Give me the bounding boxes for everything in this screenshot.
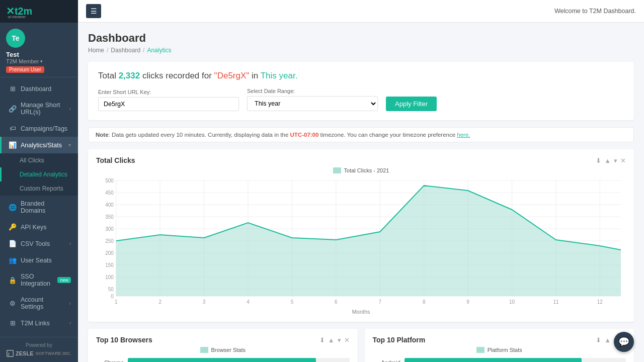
platform-legend-label: Platform Stats (488, 347, 522, 353)
link-icon: 🔗 (9, 105, 17, 113)
platform-legend-color (476, 347, 485, 353)
dashboard-icon: ⊞ (9, 85, 17, 93)
download-icon-platform[interactable]: ⬇ (596, 336, 601, 344)
date-range-select[interactable]: This year Last 7 days Last 30 days Last … (247, 96, 378, 111)
chat-button[interactable]: 💬 (614, 332, 634, 352)
chart-header: Total Clicks ⬇ ▲ ▾ ✕ (96, 156, 626, 164)
android-bar (405, 358, 582, 362)
sidebar-item-analytics[interactable]: 📊 Analytics/Stats ▾ (0, 137, 78, 153)
total-clicks-summary: Total 2,332 clicks recorded for "De5rgX"… (98, 71, 624, 81)
collapse-icon[interactable]: ▾ (614, 157, 617, 164)
premium-badge: Premium User (6, 66, 44, 73)
bottom-charts-row: Top 10 Browsers ⬇ ▲ ▾ ✕ Browser Stats Ch… (88, 329, 634, 362)
svg-text:200: 200 (105, 250, 114, 256)
svg-text:4: 4 (247, 299, 250, 305)
sidebar-item-t2m-links[interactable]: ⊞ T2M Links › (0, 315, 78, 331)
chart-title: Total Clicks (96, 156, 135, 164)
zesle-logo: Z ZESLE SOFTWARE INC. (6, 350, 72, 357)
svg-text:1: 1 (115, 299, 118, 305)
powered-by-text: Powered by (6, 342, 72, 348)
date-label: Select Date Range: (247, 88, 378, 94)
svg-text:400: 400 (105, 202, 114, 208)
sidebar-item-campaigns[interactable]: 🏷 Campaigns/Tags (0, 120, 78, 137)
chevron-down-icon: ▾ (40, 59, 43, 64)
note-bar: Note: Data gets updated every 10 minutes… (88, 127, 634, 142)
analytics-icon: 📊 (9, 141, 17, 149)
breadcrumb-dashboard[interactable]: Dashboard (111, 47, 140, 54)
sidebar-nav: ⊞ Dashboard 🔗 Manage Short URL(s) › 🏷 Ca… (0, 77, 78, 337)
total-clicks-chart-card: Total Clicks ⬇ ▲ ▾ ✕ Total Clicks - 2021 (88, 149, 634, 322)
topbar-left: ☰ (86, 4, 101, 18)
apply-filter-button[interactable]: Apply Filter (386, 97, 437, 111)
page-title: Dashboard (88, 32, 634, 45)
platform-bar-area: Android Windows (373, 355, 626, 362)
grid-icon: ⊞ (9, 319, 17, 327)
platform-chart-title: Top 10 Platform (373, 336, 426, 344)
url-label: Enter Short URL Key: (98, 89, 239, 95)
sidebar-item-csv-tools[interactable]: 📄 CSV Tools › (0, 235, 78, 252)
svg-text:3: 3 (203, 299, 206, 305)
svg-text:10: 10 (509, 299, 515, 305)
legend-color (333, 167, 341, 173)
sidebar-item-custom-reports[interactable]: Custom Reports (0, 182, 78, 196)
sidebar-item-manage-short-url[interactable]: 🔗 Manage Short URL(s) › (0, 97, 78, 120)
browsers-legend: Browser Stats (96, 347, 350, 353)
expand-icon-browsers[interactable]: ▲ (328, 336, 335, 344)
svg-text:0: 0 (111, 294, 114, 299)
svg-text:150: 150 (105, 262, 114, 268)
download-icon[interactable]: ⬇ (596, 157, 601, 164)
date-filter-group: Select Date Range: This year Last 7 days… (247, 88, 378, 111)
user-role: T2M Member ▾ (6, 58, 72, 64)
hamburger-button[interactable]: ☰ (86, 4, 101, 18)
collapse-icon-browsers[interactable]: ▾ (338, 336, 341, 344)
timezone-label: UTC-07:00 (290, 132, 319, 138)
browsers-chart-title: Top 10 Browsers (96, 336, 152, 344)
platform-chart-header: Top 10 Platform ⬇ ▲ ▾ ✕ (373, 336, 626, 344)
sidebar-item-branded-domains[interactable]: 🌐 Branded Domains (0, 196, 78, 219)
time-period: This year. (261, 71, 298, 80)
url-key: "De5rgX" (214, 71, 250, 80)
tag-icon: 🏷 (9, 125, 17, 132)
timezone-link[interactable]: here. (457, 132, 470, 138)
legend-label: Total Clicks - 2021 (344, 167, 389, 173)
svg-text:350: 350 (105, 214, 114, 220)
sidebar-item-sso-integration[interactable]: 🔒 SSO Integration new (0, 268, 78, 292)
globe-icon: 🌐 (9, 204, 17, 211)
bar-row-android: Android (373, 358, 626, 362)
x-axis-label: Months (96, 309, 626, 315)
download-icon-browsers[interactable]: ⬇ (319, 336, 325, 344)
chevron-right-icon: › (69, 106, 71, 112)
line-chart-svg: 500 450 400 350 300 250 200 150 100 50 0 (96, 175, 626, 306)
lock-icon: 🔒 (9, 277, 17, 284)
svg-text:url shortener: url shortener (8, 15, 26, 18)
main-content: ☰ Welcome to T2M Dashboard. Dashboard Ho… (78, 0, 644, 362)
svg-text:250: 250 (105, 238, 114, 244)
expand-icon[interactable]: ▲ (604, 157, 611, 164)
breadcrumb-home[interactable]: Home (88, 47, 104, 54)
url-input[interactable] (98, 97, 239, 111)
close-icon[interactable]: ✕ (620, 157, 626, 164)
browsers-chart-actions: ⬇ ▲ ▾ ✕ (319, 336, 350, 344)
avatar: Te (6, 29, 25, 48)
sidebar-footer: Powered by Z ZESLE SOFTWARE INC. (0, 337, 78, 362)
sidebar-item-detailed-analytics[interactable]: Detailed Analytics (0, 167, 78, 182)
chevron-down-icon-analytics: ▾ (68, 142, 71, 148)
chevron-right-icon-settings: › (69, 301, 71, 306)
breadcrumb-current: Analytics (147, 47, 171, 54)
svg-text:50: 50 (108, 287, 114, 292)
svg-text:8: 8 (423, 299, 426, 305)
chevron-right-icon-csv: › (69, 241, 71, 246)
chart-legend: Total Clicks - 2021 (96, 167, 626, 173)
sidebar-item-all-clicks[interactable]: All Clicks (0, 153, 78, 167)
svg-text:6: 6 (335, 299, 338, 305)
sidebar-item-user-seats[interactable]: 👥 User Seats (0, 252, 78, 268)
close-icon-browsers[interactable]: ✕ (344, 336, 350, 344)
chart-area: 500 450 400 350 300 250 200 150 100 50 0 (96, 175, 626, 315)
content-area: Dashboard Home / Dashboard / Analytics T… (78, 23, 644, 362)
sidebar-item-api-keys[interactable]: 🔑 API Keys (0, 219, 78, 235)
filter-row: Enter Short URL Key: Select Date Range: … (98, 88, 624, 111)
expand-icon-platform[interactable]: ▲ (604, 336, 611, 344)
sidebar-item-dashboard[interactable]: ⊞ Dashboard (0, 80, 78, 97)
sidebar-item-account-settings[interactable]: ⚙ Account Settings › (0, 292, 78, 315)
sidebar: ✕t2m url shortener Te Test T2M Member ▾ … (0, 0, 78, 362)
